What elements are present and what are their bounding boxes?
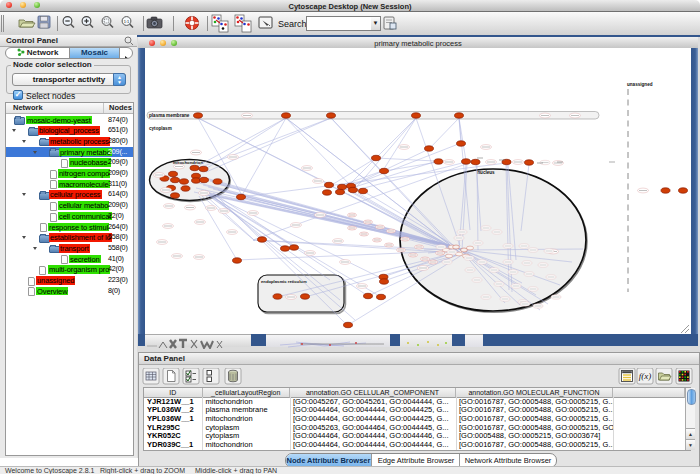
svg-text:1:1: 1:1 <box>124 19 130 24</box>
svg-text:endoplasmic reticulum: endoplasmic reticulum <box>261 279 307 284</box>
svg-text:plasma membrane: plasma membrane <box>149 113 190 118</box>
svg-text:nucleus: nucleus <box>477 170 495 175</box>
svg-text:unassigned: unassigned <box>627 82 653 87</box>
svg-text:f(x): f(x) <box>639 371 652 381</box>
svg-text:cytoplasm: cytoplasm <box>149 126 172 131</box>
